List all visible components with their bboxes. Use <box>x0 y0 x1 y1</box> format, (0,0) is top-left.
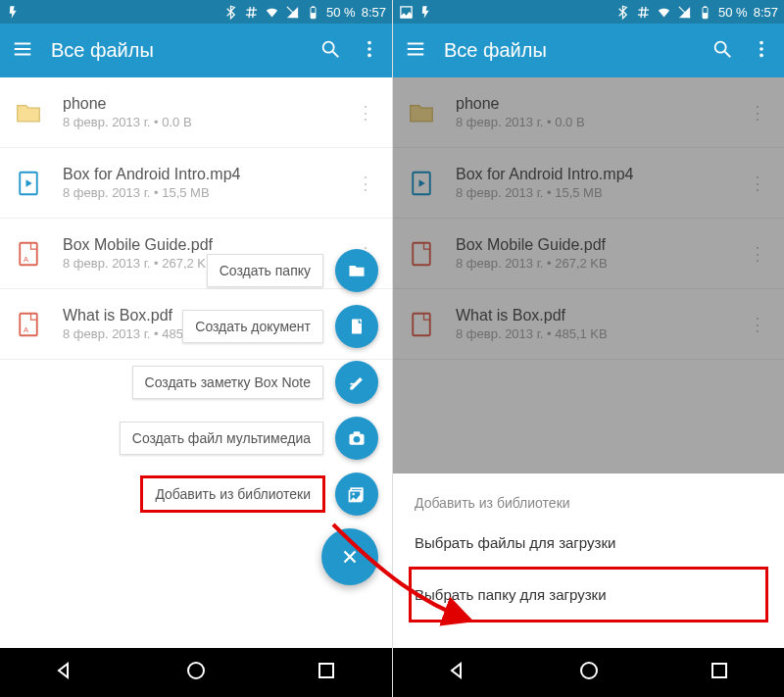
no-sim-icon <box>677 5 692 20</box>
library-icon <box>335 473 378 516</box>
file-list: phone8 февр. 2013 г. • 0.0 B ⋮ Box for A… <box>0 77 392 648</box>
hamburger-icon[interactable] <box>405 38 426 64</box>
nav-back-icon[interactable] <box>447 659 470 686</box>
fab-label: Добавить из библиотеки <box>142 477 323 511</box>
svg-rect-27 <box>704 6 707 7</box>
fab-close-button[interactable] <box>321 528 378 585</box>
bolt-icon <box>6 5 21 20</box>
fab-label: Создать файл мультимедиа <box>120 422 323 455</box>
file-name: Box for Android Intro.mp4 <box>63 166 353 183</box>
sheet-heading: Добавить из библиотеки <box>411 481 766 517</box>
svg-point-16 <box>352 493 355 496</box>
no-sim-icon <box>285 5 300 20</box>
bluetooth-icon <box>223 5 238 20</box>
hash-icon <box>636 5 651 20</box>
svg-point-18 <box>354 436 361 443</box>
svg-text:A: A <box>24 324 28 333</box>
fab-menu: Добавить из библиотеки Создать файл муль… <box>120 249 378 585</box>
app-toolbar: Все файлы <box>393 24 784 77</box>
nav-bar <box>0 648 392 697</box>
svg-rect-37 <box>712 664 726 677</box>
image-icon <box>399 5 414 20</box>
status-bar: 50 % 8:57 <box>393 0 784 24</box>
overflow-icon[interactable] <box>751 38 772 64</box>
video-file-icon <box>14 169 57 198</box>
svg-point-4 <box>323 41 334 52</box>
bluetooth-icon <box>615 5 630 20</box>
svg-rect-22 <box>319 664 333 677</box>
hash-icon <box>244 5 259 20</box>
svg-point-7 <box>368 47 371 51</box>
overflow-icon[interactable] <box>359 38 380 64</box>
camera-icon <box>335 417 378 460</box>
battery-icon <box>698 5 712 20</box>
folder-icon <box>335 249 378 292</box>
svg-line-5 <box>333 51 339 57</box>
fab-label: Создать документ <box>182 310 323 343</box>
battery-icon <box>306 5 320 20</box>
svg-rect-3 <box>312 6 315 7</box>
note-icon <box>335 361 378 404</box>
nav-home-icon[interactable] <box>184 659 208 686</box>
doc-icon <box>335 305 378 348</box>
file-name: phone <box>63 95 353 113</box>
nav-home-icon[interactable] <box>577 659 601 686</box>
svg-line-29 <box>725 51 731 57</box>
page-title: Все файлы <box>444 39 694 62</box>
folder-icon <box>14 98 57 127</box>
pdf-file-icon: A <box>14 239 57 269</box>
fab-label: Создать папку <box>207 254 323 287</box>
nav-back-icon[interactable] <box>54 659 77 686</box>
sheet-option[interactable]: Выбрать файлы для загрузки <box>411 517 766 569</box>
left-screenshot: 50 % 8:57 Все файлы phone8 февр. 2013 г.… <box>0 0 392 697</box>
svg-point-36 <box>581 663 597 678</box>
fab-item[interactable]: Создать заметку Box Note <box>132 361 378 404</box>
svg-text:A: A <box>24 254 28 263</box>
svg-point-6 <box>368 40 371 44</box>
search-icon[interactable] <box>319 38 341 64</box>
battery-percent: 50 % <box>326 5 356 20</box>
fab-item[interactable]: Создать файл мультимедиа <box>120 417 378 460</box>
nav-recent-icon[interactable] <box>315 659 338 686</box>
search-icon[interactable] <box>711 38 733 64</box>
svg-point-28 <box>715 41 726 52</box>
svg-point-30 <box>760 40 763 44</box>
wifi-icon <box>265 5 279 20</box>
svg-point-32 <box>760 53 763 57</box>
svg-point-21 <box>188 663 204 678</box>
svg-point-31 <box>760 47 763 51</box>
clock: 8:57 <box>362 5 386 20</box>
status-bar: 50 % 8:57 <box>0 0 392 24</box>
svg-point-8 <box>368 53 371 57</box>
fab-item[interactable]: Создать документ <box>182 305 378 348</box>
svg-rect-2 <box>311 13 316 19</box>
file-meta: 8 февр. 2013 г. • 0.0 B <box>63 115 353 129</box>
row-overflow-icon[interactable]: ⋮ <box>353 102 378 124</box>
bolt-icon <box>418 5 433 20</box>
clock: 8:57 <box>754 5 778 20</box>
wifi-icon <box>657 5 671 20</box>
fab-item[interactable]: Создать папку <box>207 249 378 292</box>
fab-label: Создать заметку Box Note <box>132 366 323 399</box>
sheet-option[interactable]: Выбрать папку для загрузки <box>411 569 766 621</box>
svg-rect-20 <box>352 320 362 334</box>
file-meta: 8 февр. 2013 г. • 15,5 MB <box>63 185 353 200</box>
list-item[interactable]: Box for Android Intro.mp48 февр. 2013 г.… <box>0 148 392 219</box>
page-title: Все файлы <box>51 39 302 62</box>
app-toolbar: Все файлы <box>0 24 392 77</box>
right-screenshot: 50 % 8:57 Все файлы phone8 февр. 2013 г.… <box>392 0 784 697</box>
fab-item[interactable]: Добавить из библиотеки <box>142 473 378 516</box>
row-overflow-icon[interactable]: ⋮ <box>353 173 378 194</box>
svg-rect-19 <box>354 431 361 434</box>
nav-bar <box>393 648 784 697</box>
svg-rect-26 <box>703 13 708 19</box>
hamburger-icon[interactable] <box>12 38 33 64</box>
list-item[interactable]: phone8 февр. 2013 г. • 0.0 B ⋮ <box>0 77 392 148</box>
battery-percent: 50 % <box>718 5 748 20</box>
nav-recent-icon[interactable] <box>708 659 731 686</box>
pdf-file-icon: A <box>14 310 57 339</box>
bottom-sheet: Добавить из библиотеки Выбрать файлы для… <box>393 473 784 648</box>
